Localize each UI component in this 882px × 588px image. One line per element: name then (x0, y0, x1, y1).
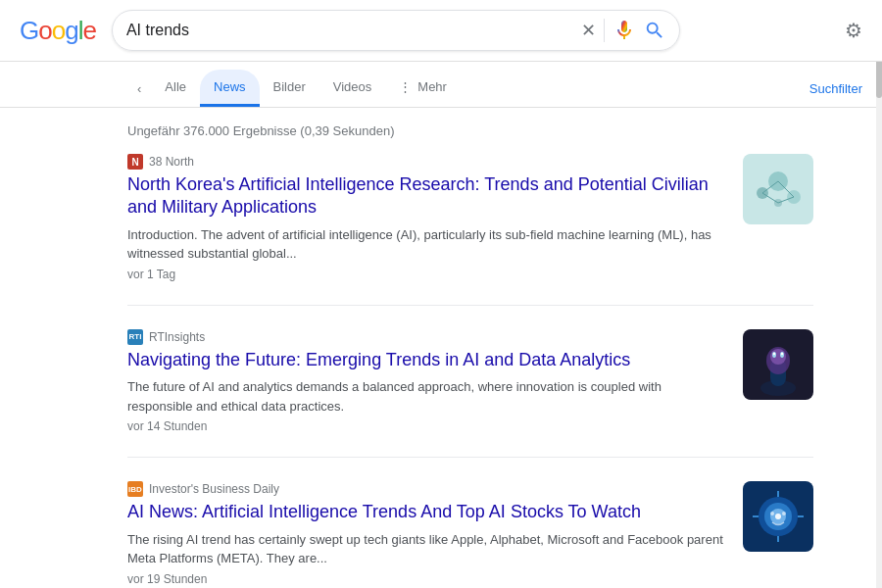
tab-videos-label: Videos (333, 79, 372, 94)
news-image-3[interactable] (743, 481, 813, 552)
news-image-2[interactable] (743, 329, 813, 400)
tab-news-label: News (214, 79, 246, 94)
source-badge-3: IBD (127, 481, 143, 497)
search-bar: ✕ (112, 10, 680, 51)
news-item-1: N 38 North North Korea's Artificial Inte… (127, 154, 813, 306)
source-badge-2: RTI (127, 329, 143, 345)
news-title-2[interactable]: Navigating the Future: Emerging Trends i… (127, 349, 727, 371)
source-badge-1: N (127, 154, 143, 170)
back-arrow: ‹ (137, 81, 141, 96)
search-icon[interactable] (644, 20, 665, 41)
results-area: Ungefähr 376.000 Ergebnisse (0,39 Sekund… (0, 108, 882, 588)
news-source-3: IBD Investor's Business Daily (127, 481, 727, 497)
header: Google ✕ ⚙ (0, 0, 882, 62)
news-item-3: IBD Investor's Business Daily AI News: A… (127, 481, 813, 588)
clear-icon[interactable]: ✕ (581, 22, 596, 39)
nav-tabs: ‹ Alle News Bilder Videos ⋮ Mehr Suchfil… (0, 62, 882, 108)
search-input[interactable] (126, 22, 573, 39)
suchfilter-label: Suchfilter (809, 81, 862, 96)
news-time-3: vor 19 Stunden (127, 572, 727, 586)
news-snippet-1: Introduction. The advent of artificial i… (127, 225, 727, 264)
news-content-3: IBD Investor's Business Daily AI News: A… (127, 481, 727, 585)
nav-back[interactable]: ‹ (127, 72, 151, 106)
news-source-2: RTI RTInsights (127, 329, 727, 345)
news-snippet-3: The rising AI trend has certainly swept … (127, 530, 727, 568)
news-content-2: RTI RTInsights Navigating the Future: Em… (127, 329, 727, 433)
svg-point-26 (775, 514, 781, 519)
tab-bilder[interactable]: Bilder (260, 70, 319, 107)
tab-alle[interactable]: Alle (151, 70, 200, 107)
svg-point-28 (782, 512, 786, 515)
news-title-1[interactable]: North Korea's Artificial Intelligence Re… (127, 173, 727, 220)
tab-mehr[interactable]: ⋮ Mehr (385, 70, 461, 107)
mic-icon[interactable] (612, 19, 636, 42)
tab-news[interactable]: News (200, 70, 260, 107)
tab-videos[interactable]: Videos (319, 70, 386, 107)
news-title-3[interactable]: AI News: Artificial Intelligence Trends … (127, 501, 727, 523)
svg-point-13 (770, 349, 786, 365)
tab-mehr-label: Mehr (417, 79, 447, 94)
news-time-2: vor 14 Stunden (127, 419, 727, 433)
svg-point-16 (773, 353, 775, 355)
news-content-1: N 38 North North Korea's Artificial Inte… (127, 154, 727, 281)
news-source-1: N 38 North (127, 154, 727, 170)
results-count: Ungefähr 376.000 Ergebnisse (0,39 Sekund… (127, 123, 862, 138)
news-time-1: vor 1 Tag (127, 268, 727, 281)
news-image-1[interactable] (743, 154, 813, 224)
source-name-2: RTInsights (149, 330, 205, 344)
news-snippet-2: The future of AI and analytics demands a… (127, 377, 727, 416)
svg-point-27 (770, 512, 774, 515)
tab-bilder-label: Bilder (273, 79, 306, 94)
svg-point-17 (781, 353, 783, 355)
gear-icon[interactable]: ⚙ (845, 19, 862, 42)
suchfilter-button[interactable]: Suchfilter (809, 72, 862, 106)
source-name-3: Investor's Business Daily (149, 482, 279, 496)
news-item-2: RTI RTInsights Navigating the Future: Em… (127, 329, 813, 458)
scrollbar (876, 0, 882, 588)
tab-alle-label: Alle (165, 79, 186, 94)
source-name-1: 38 North (149, 155, 194, 169)
search-divider (604, 19, 605, 42)
google-logo: Google (20, 16, 96, 46)
mehr-dots: ⋮ (399, 79, 412, 94)
